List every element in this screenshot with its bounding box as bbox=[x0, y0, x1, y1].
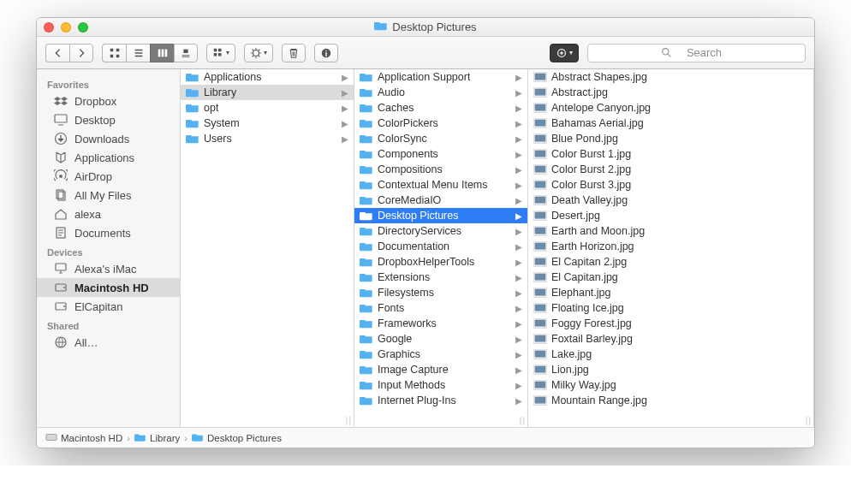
folder-icon bbox=[360, 179, 373, 191]
folder-row[interactable]: Extensions▶ bbox=[354, 270, 527, 285]
folder-row[interactable]: Input Methods▶ bbox=[354, 377, 527, 393]
folder-icon bbox=[360, 194, 373, 206]
arrange-button[interactable]: ▾ bbox=[206, 44, 235, 62]
sidebar-item[interactable]: All My Files bbox=[37, 186, 180, 205]
folder-row[interactable]: Internet Plug-Ins▶ bbox=[354, 393, 527, 408]
column-resize-grip[interactable]: || bbox=[520, 416, 526, 425]
folder-row[interactable]: Components▶ bbox=[354, 146, 527, 162]
path-segment[interactable]: Desktop Pictures bbox=[192, 432, 282, 444]
column-resize-grip[interactable]: || bbox=[346, 416, 352, 425]
folder-row[interactable]: Applications▶ bbox=[181, 69, 354, 85]
search-input[interactable] bbox=[587, 44, 806, 62]
item-label: DirectoryServices bbox=[378, 225, 461, 237]
minimize-window-button[interactable] bbox=[61, 22, 71, 33]
disclosure-arrow-icon: ▶ bbox=[515, 104, 522, 113]
forward-button[interactable] bbox=[69, 44, 93, 62]
file-row[interactable]: Abstract.jpg bbox=[528, 85, 813, 100]
sidebar-item[interactable]: Dropbox bbox=[37, 92, 180, 110]
file-row[interactable]: Color Burst 3.jpg bbox=[528, 177, 813, 193]
file-row[interactable]: El Capitan.jpg bbox=[528, 270, 813, 285]
path-segment[interactable]: Macintosh HD bbox=[45, 432, 122, 444]
file-row[interactable]: Foxtail Barley.jpg bbox=[528, 331, 813, 347]
file-row[interactable]: Foggy Forest.jpg bbox=[528, 316, 813, 331]
item-label: Image Capture bbox=[378, 364, 449, 376]
info-button[interactable]: i bbox=[314, 44, 338, 62]
folder-row[interactable]: Audio▶ bbox=[354, 85, 527, 100]
item-label: Application Support bbox=[378, 71, 470, 83]
back-button[interactable] bbox=[45, 44, 69, 62]
folder-row[interactable]: CoreMediaIO▶ bbox=[354, 193, 527, 208]
folder-row[interactable]: Graphics▶ bbox=[354, 347, 527, 362]
sidebar-item[interactable]: All… bbox=[37, 333, 180, 352]
column-view-button[interactable] bbox=[150, 44, 174, 62]
icon-view-button[interactable] bbox=[102, 44, 126, 62]
file-row[interactable]: Antelope Canyon.jpg bbox=[528, 100, 813, 116]
sidebar-item-label: ElCapitan bbox=[74, 300, 122, 313]
file-row[interactable]: Milky Way.jpg bbox=[528, 377, 813, 393]
item-label: ColorSync bbox=[378, 133, 427, 145]
sidebar-item[interactable]: Applications bbox=[37, 148, 180, 167]
folder-icon bbox=[186, 86, 199, 98]
sidebar-item[interactable]: Documents bbox=[37, 223, 180, 242]
folder-row[interactable]: Frameworks▶ bbox=[354, 316, 527, 331]
file-row[interactable]: Abstract Shapes.jpg bbox=[528, 69, 813, 85]
column-resize-grip[interactable]: || bbox=[806, 416, 812, 425]
folder-row[interactable]: DropboxHelperTools▶ bbox=[354, 254, 527, 270]
file-row[interactable]: Earth Horizon.jpg bbox=[528, 239, 813, 254]
folder-row[interactable]: DirectoryServices▶ bbox=[354, 223, 527, 239]
svg-rect-18 bbox=[55, 115, 67, 122]
dropbox-icon bbox=[54, 94, 68, 108]
disclosure-arrow-icon: ▶ bbox=[342, 104, 348, 113]
file-row[interactable]: Color Burst 2.jpg bbox=[528, 162, 813, 177]
folder-row[interactable]: Users▶ bbox=[181, 131, 354, 146]
folder-icon bbox=[360, 163, 373, 175]
folder-row[interactable]: Compositions▶ bbox=[354, 162, 527, 177]
folder-row[interactable]: System▶ bbox=[181, 116, 354, 131]
folder-row[interactable]: Filesystems▶ bbox=[354, 285, 527, 300]
folder-row[interactable]: opt▶ bbox=[181, 100, 354, 116]
folder-row[interactable]: ColorSync▶ bbox=[354, 131, 527, 146]
file-row[interactable]: Mountain Range.jpg bbox=[528, 393, 813, 408]
folder-row[interactable]: Caches▶ bbox=[354, 100, 527, 116]
disclosure-arrow-icon: ▶ bbox=[342, 119, 348, 128]
path-segment[interactable]: Library bbox=[134, 432, 180, 444]
image-file-icon bbox=[533, 271, 547, 283]
sidebar-item[interactable]: AirDrop bbox=[37, 167, 180, 186]
file-row[interactable]: Lion.jpg bbox=[528, 362, 813, 377]
folder-row[interactable]: Contextual Menu Items▶ bbox=[354, 177, 527, 193]
trash-button[interactable] bbox=[282, 44, 306, 62]
file-row[interactable]: El Capitan 2.jpg bbox=[528, 254, 813, 270]
downloads-icon bbox=[54, 132, 68, 145]
sidebar-item[interactable]: Downloads bbox=[37, 129, 180, 148]
sidebar-item[interactable]: ElCapitan bbox=[37, 297, 180, 316]
file-row[interactable]: Floating Ice.jpg bbox=[528, 300, 813, 316]
sidebar-item[interactable]: Desktop bbox=[37, 110, 180, 129]
file-row[interactable]: Desert.jpg bbox=[528, 208, 813, 223]
folder-row[interactable]: Application Support▶ bbox=[354, 69, 527, 85]
coverflow-view-button[interactable] bbox=[174, 44, 198, 62]
sidebar-item[interactable]: Alexa's iMac bbox=[37, 259, 180, 278]
folder-row[interactable]: Fonts▶ bbox=[354, 300, 527, 316]
item-label: Lion.jpg bbox=[551, 364, 589, 376]
zoom-window-button[interactable] bbox=[78, 22, 88, 33]
file-row[interactable]: Earth and Moon.jpg bbox=[528, 223, 813, 239]
sidebar-item[interactable]: Macintosh HD bbox=[37, 278, 180, 297]
close-window-button[interactable] bbox=[44, 22, 54, 33]
file-row[interactable]: Color Burst 1.jpg bbox=[528, 146, 813, 162]
list-view-button[interactable] bbox=[126, 44, 150, 62]
folder-row[interactable]: Documentation▶ bbox=[354, 239, 527, 254]
file-row[interactable]: Death Valley.jpg bbox=[528, 193, 813, 208]
svg-point-28 bbox=[63, 305, 65, 307]
file-row[interactable]: Blue Pond.jpg bbox=[528, 131, 813, 146]
folder-row[interactable]: Image Capture▶ bbox=[354, 362, 527, 377]
sidebar-item[interactable]: alexa bbox=[37, 205, 180, 223]
folder-row[interactable]: ColorPickers▶ bbox=[354, 116, 527, 131]
folder-row[interactable]: Library▶ bbox=[181, 85, 354, 100]
file-row[interactable]: Elephant.jpg bbox=[528, 285, 813, 300]
dropbox-badge-button[interactable]: ▾ bbox=[550, 44, 579, 62]
file-row[interactable]: Bahamas Aerial.jpg bbox=[528, 116, 813, 131]
file-row[interactable]: Lake.jpg bbox=[528, 347, 813, 362]
folder-row[interactable]: Google▶ bbox=[354, 331, 527, 347]
action-button[interactable]: ▾ bbox=[244, 44, 273, 62]
folder-row[interactable]: Desktop Pictures▶ bbox=[354, 208, 527, 223]
